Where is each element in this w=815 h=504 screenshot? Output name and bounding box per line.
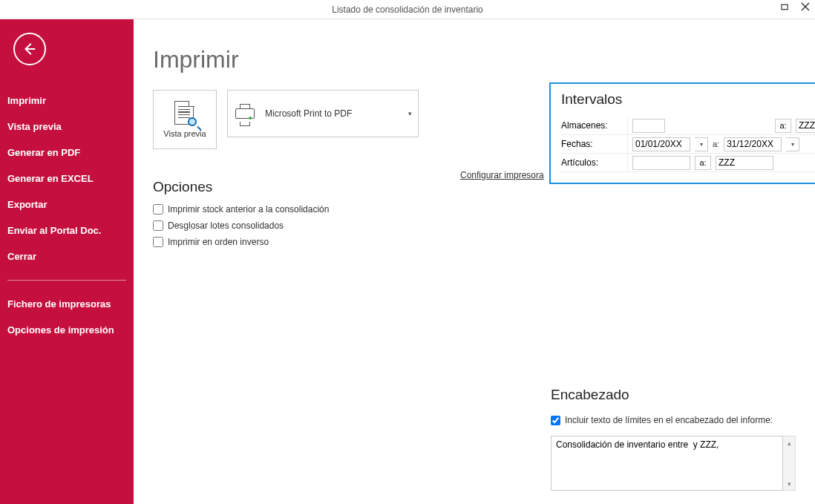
opciones-section: Opciones Imprimir stock anterior a la co…: [153, 179, 793, 247]
intervalos-row-fechas: Fechas: ▾ a: ▾: [561, 135, 815, 154]
encabezado-textarea[interactable]: [551, 436, 783, 491]
fechas-a-label: a:: [713, 140, 719, 148]
encabezado-section: Encabezado Incluir texto de límites en e…: [551, 387, 796, 491]
vista-previa-tile[interactable]: Vista previa: [153, 90, 217, 149]
sidebar-item-generar-excel[interactable]: Generar en EXCEL: [0, 166, 134, 192]
intervalos-row-articulos: Artículos: a:: [561, 154, 815, 172]
intervalos-panel: Intervalos Almacenes: a: Fechas: ▾ a: ▾: [549, 82, 815, 184]
sidebar-item-enviar-portal[interactable]: Enviar al Portal Doc.: [0, 217, 134, 243]
almacenes-label: Almacenes:: [561, 117, 628, 134]
opcion-orden-inverso-checkbox[interactable]: [153, 237, 163, 247]
sidebar-item-opciones-impresion[interactable]: Opciones de impresión: [0, 317, 134, 343]
articulos-label: Artículos:: [561, 154, 628, 171]
textarea-scrollbar[interactable]: ▴ ▾: [783, 436, 796, 491]
sidebar-item-imprimir[interactable]: Imprimir: [0, 88, 134, 114]
intervalos-title: Intervalos: [561, 91, 815, 108]
encabezado-incluir-label: Incluir texto de límites en el encabezad…: [565, 415, 773, 425]
sidebar-item-cerrar[interactable]: Cerrar: [0, 243, 134, 269]
sidebar-divider: [7, 280, 126, 281]
scroll-up-icon[interactable]: ▴: [783, 436, 795, 449]
opcion-stock-anterior[interactable]: Imprimir stock anterior a la consolidaci…: [153, 204, 793, 215]
document-preview-icon: [174, 101, 195, 126]
fecha-from-caret[interactable]: ▾: [695, 137, 708, 151]
sidebar-item-fichero-impresoras[interactable]: Fichero de impresoras: [0, 291, 134, 317]
main-content: Imprimir Vista previa Microsoft Print to: [134, 19, 815, 504]
opcion-desglosar-lotes-checkbox[interactable]: [153, 220, 163, 231]
sidebar: Imprimir Vista previa Generar en PDF Gen…: [0, 19, 134, 504]
opcion-stock-anterior-checkbox[interactable]: [153, 204, 163, 215]
encabezado-title: Encabezado: [551, 387, 796, 403]
articulos-from-input[interactable]: [632, 156, 690, 170]
almacenes-from-input[interactable]: [632, 119, 665, 133]
sidebar-item-vista-previa[interactable]: Vista previa: [0, 114, 134, 140]
printer-icon: [235, 104, 258, 123]
chevron-down-icon: ▾: [408, 110, 412, 117]
fecha-to-caret[interactable]: ▾: [786, 137, 799, 151]
printer-name: Microsoft Print to PDF: [265, 108, 352, 119]
intervalos-row-almacenes: Almacenes: a:: [561, 117, 815, 135]
back-button[interactable]: [13, 33, 46, 65]
articulos-to-input[interactable]: [716, 156, 773, 170]
articulos-a-button[interactable]: a:: [695, 156, 711, 170]
close-button[interactable]: [800, 1, 811, 12]
opcion-desglosar-lotes-label: Desglosar lotes consolidados: [168, 220, 284, 231]
encabezado-incluir-row[interactable]: Incluir texto de límites en el encabezad…: [551, 415, 796, 425]
fechas-label: Fechas:: [561, 135, 628, 153]
sidebar-item-exportar[interactable]: Exportar: [0, 192, 134, 217]
svg-rect-0: [781, 4, 787, 9]
opcion-orden-inverso-label: Imprimir en orden inverso: [168, 237, 269, 247]
maximize-button[interactable]: [779, 1, 790, 12]
scroll-down-icon[interactable]: ▾: [783, 477, 795, 490]
opcion-orden-inverso[interactable]: Imprimir en orden inverso: [153, 237, 793, 247]
configurar-impresora-link[interactable]: Configurar impresora: [460, 170, 544, 180]
almacenes-to-input[interactable]: [796, 119, 815, 133]
almacenes-a-button[interactable]: a:: [775, 119, 791, 133]
fecha-to-input[interactable]: [724, 137, 782, 151]
window-title: Listado de consolidación de inventario: [332, 4, 482, 15]
fecha-from-input[interactable]: [632, 137, 690, 151]
encabezado-incluir-checkbox[interactable]: [551, 416, 560, 425]
page-title: Imprimir: [153, 46, 793, 73]
printer-selector[interactable]: Microsoft Print to PDF ▾: [227, 90, 419, 137]
opcion-stock-anterior-label: Imprimir stock anterior a la consolidaci…: [168, 204, 329, 215]
sidebar-item-generar-pdf[interactable]: Generar en PDF: [0, 140, 134, 166]
titlebar: Listado de consolidación de inventario: [0, 0, 815, 19]
opcion-desglosar-lotes[interactable]: Desglosar lotes consolidados: [153, 220, 793, 231]
